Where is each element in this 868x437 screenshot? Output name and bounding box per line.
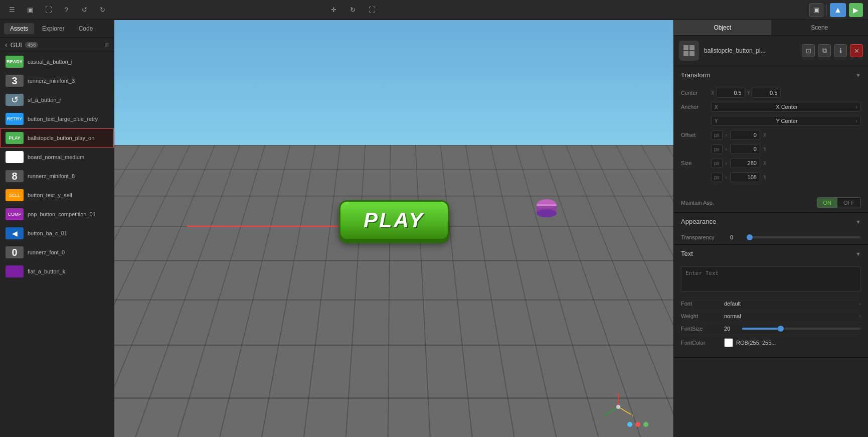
svg-rect-16: [689, 51, 695, 56]
text-section-header[interactable]: Text ▼: [674, 245, 868, 262]
toggle-off[interactable]: OFF: [837, 198, 860, 208]
asset-thumb: COMP: [6, 208, 24, 220]
offset-chevron-2[interactable]: ›: [726, 147, 727, 152]
maintain-aspect-toggle[interactable]: ON OFF: [817, 197, 861, 208]
viewport[interactable]: PLAY Y X Z: [114, 20, 673, 437]
font-label: Font: [681, 301, 721, 307]
undo-button[interactable]: ↺: [77, 3, 91, 17]
toggle-on[interactable]: ON: [817, 198, 838, 208]
section-title: GUI: [11, 41, 22, 49]
list-item[interactable]: PLAY ballstopcle_button_play_on: [0, 128, 114, 148]
asset-name: runnerz_minifont_8: [28, 173, 75, 179]
expand-button[interactable]: ⛶: [41, 3, 55, 17]
appearance-chevron: ▼: [855, 219, 861, 225]
obj-action-preview[interactable]: ⊡: [802, 44, 815, 57]
weight-arrow: ›: [859, 313, 861, 319]
svg-text:Z: Z: [616, 392, 619, 395]
fontcolor-row: FontColor RGB(255, 255...: [681, 335, 861, 350]
center-x-input[interactable]: [716, 88, 745, 98]
transform-chevron: ▼: [855, 72, 861, 78]
anchor-x-value: X Center: [776, 104, 797, 110]
anchor-x-select[interactable]: X X Center ›: [711, 102, 861, 112]
layout-icon[interactable]: ▣: [809, 3, 823, 17]
dot-markers: [627, 422, 648, 427]
asset-thumb: ↺: [6, 94, 24, 106]
asset-name: button_text_large_blue_retry: [28, 116, 98, 122]
offset-x-input[interactable]: [730, 130, 760, 140]
asset-name: ballstopcle_button_play_on: [28, 135, 94, 141]
asset-thumb: SELL: [6, 189, 24, 201]
monitor-button[interactable]: ▣: [23, 3, 37, 17]
list-item[interactable]: ◀ button_ba_c_01: [0, 224, 114, 243]
transparency-slider[interactable]: [747, 236, 861, 238]
offset-y-input[interactable]: [730, 144, 760, 154]
list-item[interactable]: RETRY button_text_large_blue_retry: [0, 109, 114, 128]
px-label-1: px: [711, 130, 723, 140]
svg-rect-15: [683, 51, 688, 56]
list-item[interactable]: 3 runnerz_minifont_3: [0, 71, 114, 90]
text-label: Text: [681, 250, 693, 257]
tab-code[interactable]: Code: [73, 23, 99, 34]
tab-scene[interactable]: Scene: [771, 20, 869, 35]
list-item[interactable]: 8 runnerz_minifont_8: [0, 167, 114, 186]
fullscreen-button[interactable]: ⛶: [365, 3, 379, 17]
size-x-input[interactable]: [730, 158, 760, 168]
list-item[interactable]: board_normal_medium: [0, 148, 114, 167]
fontcolor-value[interactable]: RGB(255, 255...: [736, 340, 861, 346]
center-y-input[interactable]: [752, 88, 781, 98]
size-y-row: px › Y: [681, 172, 861, 182]
anchor-y-select[interactable]: Y Y Center ›: [711, 116, 861, 126]
left-panel-header: ‹ GUI 456 ≡: [0, 38, 114, 52]
anchor-x-arrow: ›: [855, 104, 857, 110]
transform-section-body: Center X Y Anchor: [674, 84, 868, 193]
publish-button[interactable]: ▲: [830, 3, 846, 17]
asset-name: button_ba_c_01: [28, 230, 67, 236]
list-item[interactable]: ↺ sf_a_button_r: [0, 90, 114, 109]
text-input[interactable]: [681, 266, 861, 292]
tab-assets[interactable]: Assets: [4, 23, 34, 34]
center-x-input-group: X: [711, 88, 745, 98]
weight-value[interactable]: normal: [724, 313, 856, 319]
transform-section-header[interactable]: Transform ▼: [674, 66, 868, 84]
3d-object: [532, 195, 562, 220]
fontsize-input-group: 20: [724, 326, 861, 332]
redo-button[interactable]: ↻: [95, 3, 109, 17]
appearance-section-header[interactable]: Appearance ▼: [674, 213, 868, 230]
fontsize-row: FontSize 20: [681, 322, 861, 335]
move-tool-button[interactable]: ✛: [326, 3, 340, 17]
list-item[interactable]: READY casual_a_button_i: [0, 52, 114, 71]
list-item[interactable]: 0 runnerz_font_0: [0, 243, 114, 262]
list-item[interactable]: COMP pop_button_competition_01: [0, 205, 114, 224]
size-y-input[interactable]: [730, 172, 760, 182]
help-button[interactable]: ?: [59, 3, 73, 17]
size-chevron-2[interactable]: ›: [726, 175, 727, 180]
svg-point-12: [616, 405, 620, 409]
back-button[interactable]: ‹: [5, 41, 8, 49]
list-item[interactable]: flat_a_button_k: [0, 262, 114, 281]
play-button[interactable]: ▶: [849, 3, 863, 17]
asset-name: runnerz_font_0: [28, 249, 65, 255]
play-button-3d[interactable]: PLAY: [339, 200, 449, 240]
tab-object[interactable]: Object: [674, 20, 771, 35]
offset-y-row: px › Y: [681, 144, 861, 154]
refresh-button[interactable]: ↻: [345, 3, 360, 17]
size-row: Size px › X: [681, 158, 861, 168]
left-panel-tabs: Assets Explorer Code: [0, 20, 114, 38]
size-chevron-1[interactable]: ›: [726, 161, 727, 166]
offset-chevron-1[interactable]: ›: [726, 132, 727, 138]
fontcolor-swatch[interactable]: [724, 338, 733, 347]
obj-action-delete[interactable]: ✕: [850, 44, 863, 57]
px-label-4: px: [711, 173, 723, 182]
asset-thumb: 8: [6, 170, 24, 182]
size-x-tag: X: [763, 161, 767, 166]
obj-action-info[interactable]: ℹ: [834, 44, 847, 57]
tab-explorer[interactable]: Explorer: [36, 23, 71, 34]
list-item[interactable]: SELL button_text_y_sell: [0, 186, 114, 205]
list-view-button[interactable]: ≡: [105, 41, 109, 49]
offset-y-tag: Y: [763, 147, 767, 152]
fontsize-slider[interactable]: [742, 328, 861, 330]
center-y-input-group: Y: [747, 88, 781, 98]
menu-button[interactable]: ☰: [5, 3, 19, 17]
obj-action-copy[interactable]: ⧉: [818, 44, 831, 57]
font-value[interactable]: default: [724, 301, 856, 307]
